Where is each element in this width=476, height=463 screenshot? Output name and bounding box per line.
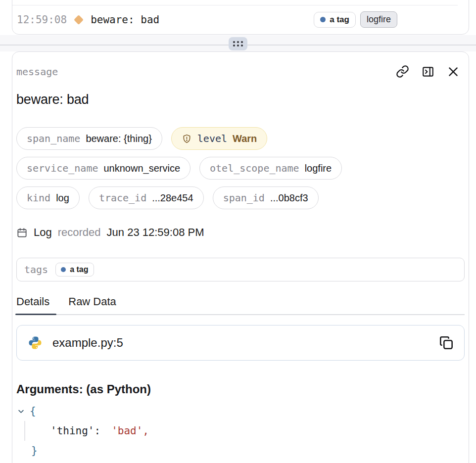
panel-header-label: message — [16, 66, 58, 78]
close-panel-button[interactable] — [447, 65, 460, 78]
attribute-pill-kind[interactable]: kind log — [16, 186, 80, 209]
log-row[interactable]: 12:59:08 beware: bad a tag logfire — [17, 5, 464, 34]
shield-alert-icon — [182, 134, 192, 144]
source-file-name: example.py:5 — [52, 336, 123, 350]
source-file-box: example.py:5 — [16, 325, 465, 361]
tag-badge[interactable]: a tag — [314, 12, 356, 28]
log-row-badges: a tag logfire — [314, 11, 397, 28]
open-side-panel-button[interactable] — [422, 65, 434, 78]
attribute-pill-trace-id[interactable]: trace_id ...28e454 — [89, 186, 204, 209]
log-message: beware: bad — [91, 14, 159, 26]
resize-drag-handle[interactable] — [229, 37, 247, 50]
code-open-brace: { — [30, 401, 36, 421]
copy-file-path-button[interactable] — [439, 336, 453, 350]
tag-dot-icon — [61, 267, 66, 272]
attribute-pill-otel-scope-name[interactable]: otel_scope_name logfire — [199, 157, 342, 180]
tab-raw-data[interactable]: Raw Data — [68, 295, 116, 308]
warn-level-diamond-icon — [74, 15, 84, 25]
close-icon — [447, 65, 460, 78]
recorded-type: Log — [34, 226, 52, 239]
attribute-pill-span-id[interactable]: span_id ...0b8cf3 — [213, 186, 319, 209]
span-detail-panel: message beware: bad — [12, 51, 469, 463]
recorded-datetime: Jun 23 12:59:08 PM — [107, 226, 204, 239]
tag-chip-label: a tag — [70, 265, 88, 274]
panel-right-icon — [422, 65, 434, 78]
attribute-pill-level[interactable]: level Warn — [171, 127, 267, 150]
panel-header-actions — [396, 65, 465, 78]
grip-dots-icon — [233, 41, 243, 46]
code-entry-key: 'thing': — [50, 425, 100, 437]
attribute-pill-service-name[interactable]: service_name unknown_service — [16, 157, 190, 180]
panel-header: message — [16, 65, 465, 78]
code-entry-value: 'bad', — [111, 425, 149, 437]
log-list-card: 12:59:08 beware: bad a tag logfire — [12, 0, 469, 35]
recorded-timestamp-line: Log recorded Jun 23 12:59:08 PM — [16, 226, 465, 239]
attribute-pill-span-name[interactable]: span_name beware: {thing} — [16, 127, 162, 150]
scope-badge[interactable]: logfire — [360, 11, 397, 28]
panel-gap — [0, 35, 476, 51]
arguments-code-block: { 'thing':'bad', } — [16, 401, 465, 461]
tab-details[interactable]: Details — [16, 295, 49, 308]
link-icon — [396, 65, 409, 78]
tag-badge-label: a tag — [330, 15, 349, 25]
span-title: beware: bad — [16, 92, 465, 107]
tags-label: tags — [24, 264, 48, 276]
tag-dot-icon — [320, 17, 326, 22]
log-timestamp: 12:59:08 — [17, 14, 67, 26]
python-logo-icon — [28, 335, 43, 350]
copy-link-button[interactable] — [396, 65, 409, 78]
detail-tabs: Details Raw Data — [16, 295, 465, 315]
recorded-verb: recorded — [58, 226, 101, 239]
arguments-heading: Arguments: (as Python) — [16, 382, 465, 396]
code-entry-line: 'thing':'bad', — [24, 421, 465, 441]
calendar-icon — [16, 227, 28, 238]
copy-icon — [439, 336, 453, 350]
collapse-chevron-down-icon[interactable] — [17, 408, 25, 415]
code-close-brace: } — [31, 441, 38, 461]
tags-box: tags a tag — [16, 258, 465, 281]
attribute-pills: span_name beware: {thing} level Warn ser… — [16, 127, 465, 209]
tag-chip[interactable]: a tag — [55, 263, 94, 277]
